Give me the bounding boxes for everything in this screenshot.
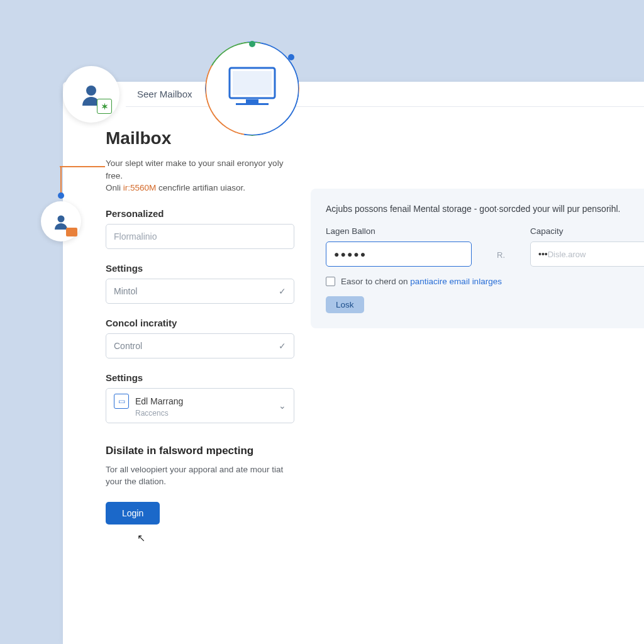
chevron-down-icon: ✓ [279, 341, 286, 351]
select-title: Edl Marrang [135, 396, 183, 406]
emblem-dot-green [249, 41, 255, 47]
svg-point-0 [86, 86, 96, 96]
field-label: Lagen Ballon [326, 226, 472, 236]
monitor-icon [227, 65, 277, 109]
svg-rect-3 [246, 99, 258, 103]
connector-line [60, 166, 105, 167]
settings-select-2[interactable]: ▭ Edl Marrang Raccencs ⌄ [106, 388, 294, 423]
field-settings-2: Settings ▭ Edl Marrang Raccencs ⌄ [106, 372, 294, 423]
panel-headline: Acjubs possons fenail Mental storage - g… [326, 204, 629, 214]
checkbox[interactable] [326, 277, 335, 286]
panel-col-2: Capacity ••• Disle.arow [530, 226, 644, 267]
cursor-icon: ↖ [137, 532, 145, 544]
personalized-input[interactable]: Flormalinio [106, 224, 294, 249]
losk-button[interactable]: Losk [326, 296, 364, 313]
field-label: Settings [106, 263, 294, 274]
capacity-input[interactable]: ••• Disle.arow [530, 242, 644, 267]
svg-point-5 [58, 216, 65, 223]
select-value: Mintol [114, 286, 137, 296]
avatar-badge-icon: ✶ [97, 99, 112, 114]
input-placeholder: Disle.arow [548, 250, 586, 259]
breadcrumb: Seer Mailbox [137, 89, 192, 99]
ballon-input[interactable]: ●●●●● [326, 242, 472, 267]
checkbox-link[interactable]: pantiacire email inlarges [410, 277, 502, 286]
main-column: Mailbox Your slept witer make to your sn… [106, 128, 294, 525]
page-subtitle: Your slept witer make to your snail eron… [106, 157, 294, 194]
avatar-badge-icon [66, 228, 77, 236]
section-heading: Disilate in falsword mpecting [106, 445, 294, 457]
field-label: Personalized [106, 208, 294, 219]
panel-col-1: Lagen Ballon ●●●●● [326, 226, 472, 267]
input-value: ●●●●● [334, 249, 367, 259]
chevron-down-icon: ⌄ [279, 401, 286, 411]
input-prefix: ••• [538, 249, 548, 259]
settings-select-1[interactable]: Mintol ✓ [106, 279, 294, 304]
breadcrumb-bar: Seer Mailbox [126, 82, 644, 107]
field-label: Concol incratity [106, 318, 294, 328]
section-text: Tor all veloopiert your apporal and ate … [106, 464, 294, 488]
input-placeholder: Flormalinio [114, 231, 157, 242]
field-label: Settings [106, 372, 294, 383]
emblem-dot-blue [288, 54, 294, 60]
between-text: R. [497, 250, 505, 260]
checkbox-row: Easor to cherd on pantiacire email inlar… [326, 277, 629, 286]
login-button[interactable]: Login [106, 502, 160, 525]
select-value: Control [114, 341, 142, 351]
field-personalized: Personalized Flormalinio [106, 208, 294, 249]
field-concol: Concol incratity Control ✓ [106, 318, 294, 358]
connector-line [60, 166, 62, 195]
field-label: Capacity [530, 226, 644, 236]
concol-select[interactable]: Control ✓ [106, 333, 294, 358]
side-panel: Acjubs possons fenail Mental storage - g… [311, 189, 644, 328]
svg-rect-2 [233, 71, 272, 95]
chevron-down-icon: ✓ [279, 286, 286, 296]
product-emblem [205, 42, 299, 136]
secondary-avatar[interactable] [41, 201, 81, 242]
user-avatar[interactable]: ✶ [63, 66, 119, 123]
checkbox-text: Easor to cherd on [341, 277, 410, 286]
connector-dot [58, 192, 64, 199]
svg-rect-4 [236, 103, 269, 105]
select-subtitle: Raccencs [135, 409, 279, 418]
briefcase-icon: ▭ [114, 394, 129, 409]
field-settings-1: Settings Mintol ✓ [106, 263, 294, 304]
